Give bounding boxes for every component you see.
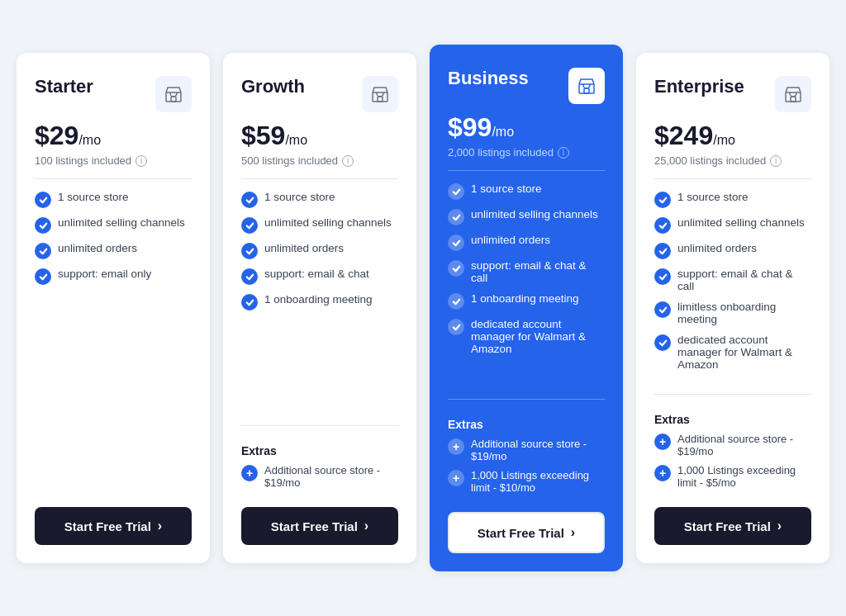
- plus-icon: +: [654, 465, 671, 481]
- plan-price-enterprise: $249/mo: [654, 121, 811, 151]
- extras-section-business: Extras+Additional source store - $19/mo+…: [448, 418, 605, 500]
- plan-header-enterprise: Enterprise: [654, 76, 811, 112]
- list-item: +1,000 Listings exceeding limit - $10/mo: [448, 469, 605, 494]
- list-item: support: email & chat: [241, 268, 398, 285]
- store-icon-starter: [155, 76, 192, 112]
- plan-listings-business: 2,000 listings included i: [448, 146, 605, 171]
- list-item: 1 source store: [448, 182, 605, 200]
- plan-listings-starter: 100 listings included i: [35, 154, 192, 179]
- list-item: 1 source store: [241, 191, 398, 208]
- check-icon: [654, 217, 671, 234]
- svg-rect-7: [791, 97, 796, 102]
- list-item: support: email only: [35, 268, 192, 285]
- svg-rect-5: [584, 88, 589, 93]
- info-icon-business: i: [558, 147, 569, 159]
- list-item: 1 onboarding meeting: [241, 293, 398, 310]
- list-item: dedicated account manager for Walmart & …: [654, 334, 811, 371]
- cta-button-business[interactable]: Start Free Trial ›: [448, 512, 605, 553]
- plan-card-business: Business $99/mo2,000 listings included i…: [430, 45, 623, 571]
- list-item: +Additional source store - $19/mo: [654, 433, 811, 457]
- arrow-icon: ›: [571, 525, 575, 540]
- check-icon: [448, 260, 464, 277]
- divider: [654, 394, 811, 395]
- check-icon: [35, 217, 51, 234]
- cta-button-growth[interactable]: Start Free Trial ›: [241, 507, 398, 545]
- list-item: +Additional source store - $19/mo: [241, 464, 398, 489]
- arrow-icon: ›: [364, 519, 368, 533]
- plan-card-starter: Starter $29/mo100 listings included i 1 …: [17, 53, 210, 563]
- check-icon: [241, 294, 258, 310]
- plan-price-starter: $29/mo: [35, 121, 192, 151]
- list-item: limitless onboarding meeting: [654, 301, 811, 325]
- divider: [241, 425, 398, 426]
- plus-icon: +: [448, 438, 464, 455]
- plus-icon: +: [241, 465, 258, 481]
- check-icon: [241, 217, 258, 234]
- extras-title-business: Extras: [448, 418, 605, 431]
- extras-title-enterprise: Extras: [654, 413, 811, 426]
- plan-name-starter: Starter: [35, 76, 93, 97]
- info-icon-starter: i: [135, 155, 147, 167]
- check-icon: [241, 192, 258, 208]
- extras-list-business: +Additional source store - $19/mo+1,000 …: [448, 438, 605, 494]
- list-item: unlimited selling channels: [241, 216, 398, 234]
- check-icon: [35, 268, 51, 285]
- plus-icon: +: [448, 470, 464, 486]
- list-item: 1 onboarding meeting: [448, 292, 605, 310]
- plan-price-business: $99/mo: [448, 112, 605, 143]
- list-item: support: email & chat & call: [448, 259, 605, 284]
- check-icon: [654, 334, 671, 351]
- list-item: unlimited orders: [35, 242, 192, 259]
- plan-card-enterprise: Enterprise $249/mo25,000 listings includ…: [636, 53, 829, 563]
- info-icon-growth: i: [342, 155, 354, 167]
- pricing-container: Starter $29/mo100 listings included i 1 …: [17, 53, 829, 563]
- list-item: +Additional source store - $19/mo: [448, 438, 605, 462]
- plan-price-growth: $59/mo: [241, 121, 398, 151]
- plan-card-growth: Growth $59/mo500 listings included i 1 s…: [223, 53, 416, 563]
- store-icon-business: [568, 68, 605, 104]
- check-icon: [241, 243, 258, 259]
- check-icon: [448, 209, 464, 225]
- extras-title-growth: Extras: [241, 444, 398, 457]
- list-item: unlimited selling channels: [448, 208, 605, 225]
- arrow-icon: ›: [158, 519, 162, 533]
- check-icon: [35, 243, 51, 259]
- check-icon: [241, 268, 258, 285]
- plan-name-business: Business: [448, 68, 529, 89]
- check-icon: [654, 268, 671, 285]
- list-item: unlimited orders: [654, 242, 811, 259]
- list-item: 1 source store: [654, 191, 811, 208]
- features-list-enterprise: 1 source store unlimited selling channel…: [654, 191, 811, 379]
- store-icon-enterprise: [775, 76, 811, 112]
- check-icon: [448, 293, 464, 310]
- check-icon: [448, 183, 464, 200]
- list-item: 1 source store: [35, 191, 192, 208]
- plan-header-starter: Starter: [35, 76, 192, 112]
- check-icon: [448, 235, 464, 251]
- arrow-icon: ›: [777, 519, 782, 533]
- svg-rect-1: [171, 97, 176, 102]
- svg-rect-3: [378, 97, 383, 102]
- plan-listings-growth: 500 listings included i: [241, 154, 398, 179]
- features-list-growth: 1 source store unlimited selling channel…: [241, 191, 398, 410]
- plan-header-business: Business: [448, 68, 605, 104]
- extras-list-enterprise: +Additional source store - $19/mo+1,000 …: [654, 433, 811, 489]
- check-icon: [654, 192, 671, 208]
- features-list-business: 1 source store unlimited selling channel…: [448, 182, 605, 384]
- list-item: unlimited orders: [241, 242, 398, 259]
- cta-button-enterprise[interactable]: Start Free Trial ›: [654, 507, 811, 545]
- list-item: dedicated account manager for Walmart & …: [448, 318, 605, 355]
- cta-button-starter[interactable]: Start Free Trial ›: [35, 507, 192, 545]
- divider: [448, 399, 605, 400]
- list-item: unlimited selling channels: [654, 216, 811, 234]
- check-icon: [654, 243, 671, 259]
- extras-section-growth: Extras+Additional source store - $19/mo: [241, 444, 398, 495]
- extras-section-enterprise: Extras+Additional source store - $19/mo+…: [654, 413, 811, 495]
- list-item: unlimited orders: [448, 234, 605, 251]
- plus-icon: +: [654, 434, 671, 450]
- check-icon: [654, 301, 671, 318]
- plan-name-growth: Growth: [241, 76, 305, 97]
- plan-name-enterprise: Enterprise: [654, 76, 744, 97]
- list-item: unlimited selling channels: [35, 216, 192, 234]
- check-icon: [35, 192, 51, 208]
